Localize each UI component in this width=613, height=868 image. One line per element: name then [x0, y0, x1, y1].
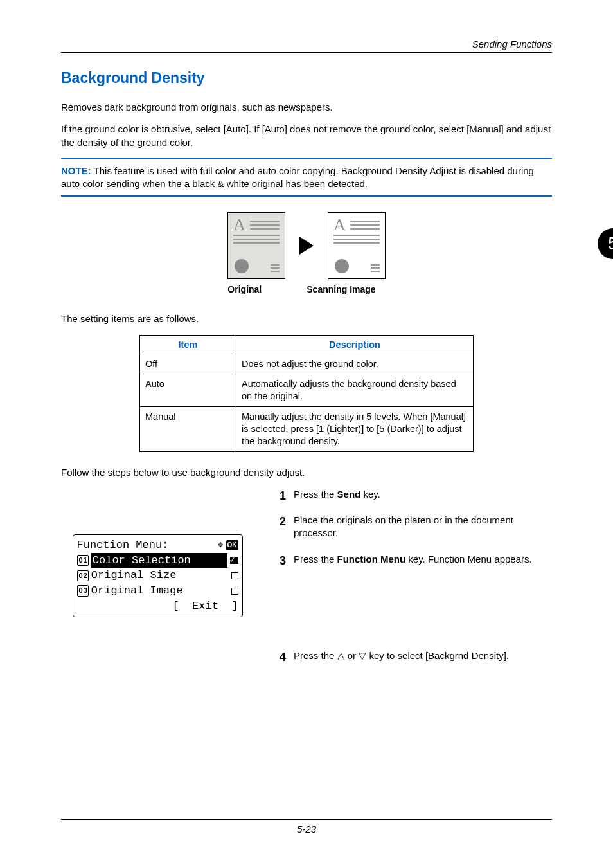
steps-list: Press the Send key. Place the originals … — [269, 488, 552, 662]
text-lines-icon — [350, 221, 380, 232]
pie-icon — [335, 259, 349, 273]
lcd-title: Function Menu: — [77, 538, 169, 553]
step-4: Press the △ or ▽ key to select [Backgrnd… — [269, 649, 552, 662]
page-title: Background Density — [61, 69, 552, 87]
num-badge-icon: 0 1 — [77, 555, 89, 566]
checkmark-icon — [230, 557, 238, 564]
intro-paragraph-1: Removes dark background from originals, … — [61, 101, 552, 114]
lcd-panel: Function Menu: ✥ OK 0 1 Color Selection … — [73, 534, 243, 617]
text-lines-icon — [250, 221, 280, 232]
letter-a-icon: A — [233, 215, 245, 235]
lcd-item: Original Size — [91, 568, 229, 583]
step-2: Place the originals on the platen or in … — [269, 514, 552, 540]
note-box: NOTE: This feature is used with full col… — [61, 158, 552, 197]
lcd-item: Original Image — [91, 583, 229, 599]
nav-arrows-icon: ✥ — [218, 539, 223, 552]
pie-icon — [235, 259, 249, 273]
intro-paragraph-2: If the ground color is obtrusive, select… — [61, 123, 552, 149]
down-triangle-icon: ▽ — [359, 650, 366, 661]
th-desc: Description — [236, 335, 474, 354]
lcd-exit: [ Exit ] — [172, 599, 238, 614]
text-lines-icon — [233, 235, 280, 246]
th-item: Item — [140, 335, 236, 354]
ok-badge-icon: OK — [226, 540, 238, 550]
checkbox-icon — [231, 572, 238, 579]
num-badge-icon: 0 2 — [77, 570, 89, 581]
caption-scan: Scanning Image — [306, 284, 375, 294]
table-row: ManualManually adjust the density in 5 l… — [140, 407, 474, 452]
rule-bottom — [61, 819, 552, 820]
text-lines-icon — [333, 235, 380, 246]
steps-lead: Follow the steps below to use background… — [61, 466, 552, 479]
table-lead: The setting items are as follows. — [61, 312, 552, 325]
table-row: OffDoes not adjust the ground color. — [140, 354, 474, 374]
mini-lines-icon — [371, 262, 380, 272]
letter-a-icon: A — [333, 215, 346, 235]
diagram-row: A A — [61, 212, 552, 279]
num-badge-icon: 0 3 — [77, 585, 89, 596]
page-number: 5-23 — [61, 824, 552, 835]
mini-lines-icon — [271, 262, 280, 272]
thumb-scanned: A — [328, 212, 386, 279]
options-table: Item Description OffDoes not adjust the … — [139, 335, 474, 452]
table-row: AutoAutomatically adjusts the background… — [140, 374, 474, 407]
checkbox-icon — [231, 588, 238, 595]
chapter-tab: 5 — [598, 228, 613, 259]
step-1: Press the Send key. — [269, 488, 552, 501]
step-3: Press the Function Menu key. Function Me… — [269, 553, 552, 637]
diagram-captions: Original Scanning Image — [61, 284, 552, 294]
thumb-original: A — [227, 212, 285, 279]
rule-top — [61, 52, 552, 53]
note-label: NOTE: — [61, 165, 91, 176]
note-body: This feature is used with full color and… — [61, 165, 534, 189]
running-head: Sending Functions — [61, 39, 552, 50]
up-triangle-icon: △ — [337, 650, 345, 661]
caption-original: Original — [227, 284, 262, 294]
arrow-right-icon — [299, 237, 314, 255]
lcd-item-selected: Color Selection — [91, 553, 227, 568]
